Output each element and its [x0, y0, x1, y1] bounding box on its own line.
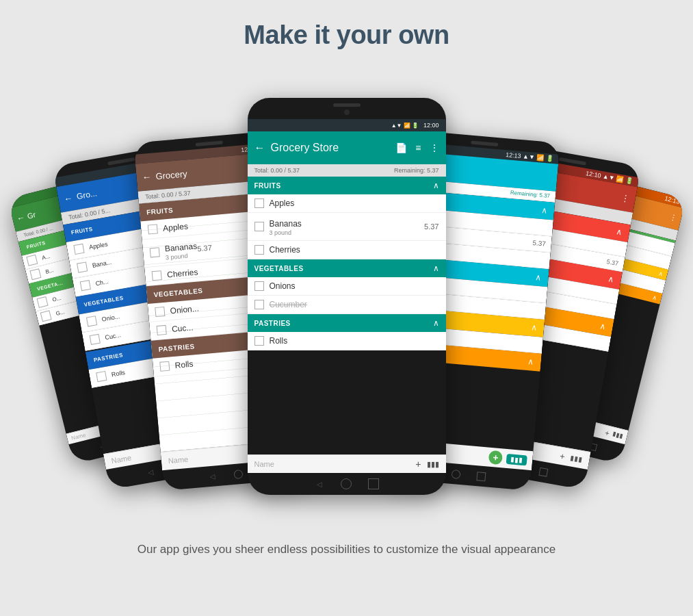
- pastries-label: PASTRIES: [254, 320, 291, 327]
- budget-remaining: Remaining: 5.37: [394, 167, 439, 174]
- barcode-button[interactable]: ▮▮▮: [427, 460, 439, 469]
- status-time: 12:00: [423, 122, 439, 129]
- name-input-placeholder[interactable]: Name: [254, 460, 410, 468]
- page-subtitle: Our app gives you sheer endless possibil…: [124, 543, 569, 556]
- list-icon[interactable]: ≡: [415, 142, 421, 153]
- add-item-button[interactable]: +: [415, 459, 421, 470]
- cucumber-name: Cucumber: [270, 300, 439, 309]
- fruits-category-header[interactable]: FRUITS ∧: [248, 177, 446, 194]
- list-item[interactable]: Apples: [248, 194, 446, 213]
- bananas-name: Bananas: [270, 219, 302, 229]
- apples-checkbox[interactable]: [254, 198, 264, 208]
- nav-bar: ◁: [248, 473, 446, 495]
- phone-center: ▲▼ 📶 🔋 12:00 ← Grocery Store 📄 ≡ ⋮ Total…: [248, 98, 446, 495]
- app-bar-title: Grocery Store: [271, 142, 396, 154]
- budget-bar: Total: 0.00 / 5.37 Remaining: 5.37: [248, 164, 446, 177]
- rolls-checkbox[interactable]: [254, 336, 264, 346]
- page-title: Make it your own: [244, 21, 449, 50]
- back-icon[interactable]: ←: [254, 142, 265, 154]
- list-item[interactable]: Onions: [248, 277, 446, 296]
- cherries-checkbox[interactable]: [254, 245, 264, 255]
- onions-checkbox[interactable]: [254, 281, 264, 291]
- fruits-label: FRUITS: [254, 182, 281, 190]
- pastries-category-header[interactable]: PASTRIES ∧: [248, 314, 446, 332]
- budget-total: Total: 0.00 / 5.37: [254, 167, 300, 174]
- onions-name: Onions: [270, 281, 439, 291]
- bottom-bar: Name + ▮▮▮: [248, 454, 446, 473]
- fab-barcode[interactable]: ▮▮▮: [506, 453, 527, 465]
- more-icon[interactable]: ⋮: [430, 142, 439, 153]
- rolls-name: Rolls: [270, 336, 439, 346]
- list-item[interactable]: Rolls: [248, 332, 446, 350]
- cucumber-checkbox[interactable]: [254, 300, 264, 309]
- list-item[interactable]: Cucumber: [248, 296, 446, 314]
- app-bar-icons: 📄 ≡ ⋮: [395, 142, 439, 153]
- nav-recents[interactable]: [368, 478, 379, 489]
- vegetables-label: VEGETABLES: [254, 265, 304, 272]
- bananas-checkbox[interactable]: [254, 222, 264, 231]
- nav-home[interactable]: [341, 478, 352, 489]
- vegetables-category-header[interactable]: VEGETABLES ∧: [248, 259, 446, 277]
- list-item[interactable]: Bananas 3 pound 5.37: [248, 213, 446, 241]
- vegetables-chevron: ∧: [433, 264, 439, 273]
- pastries-chevron: ∧: [433, 318, 439, 328]
- list-item[interactable]: Cherries: [248, 241, 446, 259]
- phones-showcase: 12:13 ← Gr ⋮ Total: 0.00 / ... FRUITS ∧ …: [39, 70, 655, 522]
- fab-add[interactable]: +: [488, 450, 503, 465]
- cherries-name: Cherries: [270, 245, 439, 255]
- bananas-sub: 3 pound: [270, 229, 425, 236]
- fruits-chevron: ∧: [433, 181, 439, 190]
- nav-back[interactable]: ◁: [315, 479, 324, 489]
- apples-name: Apples: [270, 198, 439, 208]
- note-icon[interactable]: 📄: [395, 142, 407, 153]
- bananas-price: 5.37: [424, 222, 439, 231]
